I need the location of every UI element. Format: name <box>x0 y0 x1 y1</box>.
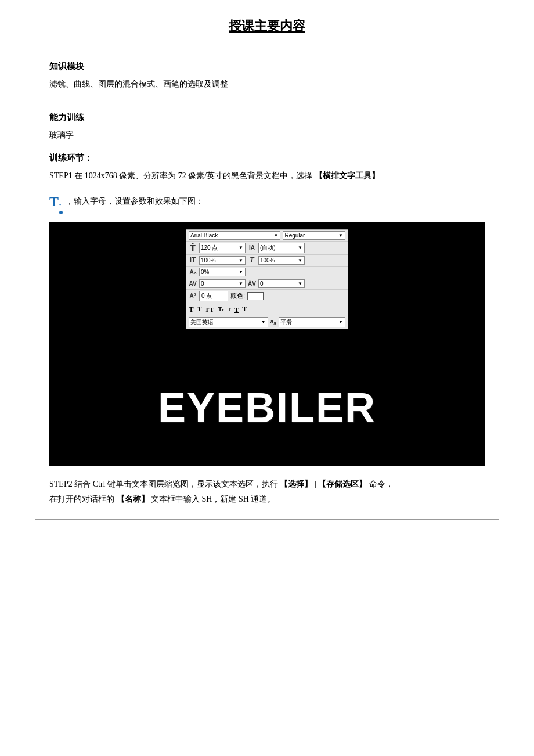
ps-lang-select[interactable]: 美国英语 ▼ <box>189 317 268 327</box>
ps-baseline-input[interactable]: 0 点 <box>199 291 228 301</box>
color-label: 颜色: <box>230 291 245 300</box>
ps-kerning-row: AV 0 ▼ ÄV 0 ▼ <box>186 278 348 290</box>
ps-scale-row: IT 100% ▼ T 100% ▼ <box>186 255 348 267</box>
step2-text: STEP2 结合 Ctrl 键单击文本图层缩览图，显示该文本选区，执行 【选择】… <box>49 477 485 507</box>
ps-baseline-row: Aa 0 点 颜色: <box>186 290 348 303</box>
allcaps-t-button[interactable]: TT <box>205 306 215 313</box>
ps-tracking-row: Aₓ 0% ▼ <box>186 267 348 278</box>
color-swatch[interactable] <box>247 292 264 300</box>
ps-tracking-select[interactable]: 0% ▼ <box>199 268 246 276</box>
size-dropdown-arrow: ▼ <box>238 245 244 250</box>
eyebiler-display: EYEBILER <box>49 384 485 431</box>
style-dropdown-arrow: ▼ <box>338 233 344 238</box>
font-dropdown-arrow: ▼ <box>273 233 279 238</box>
section3-title: 训练环节： <box>49 153 485 164</box>
section1-title: 知识模块 <box>49 61 485 72</box>
vscale-dropdown-arrow: ▼ <box>238 258 244 263</box>
smallcaps-t-button[interactable]: Tr <box>218 306 224 312</box>
ps-style-buttons-row: T T TT Tr T T T <box>186 303 348 316</box>
section2-title: 能力训练 <box>49 112 485 123</box>
leading-icon: IA <box>248 244 256 251</box>
ps-font-row: Arial Black ▼ Regular ▼ <box>186 230 348 242</box>
main-content-box: 知识模块 滤镜、曲线、图层的混合模式、画笔的选取及调整 能力训练 玻璃字 训练环… <box>35 49 499 520</box>
page-title: 授课主要内容 <box>35 17 499 35</box>
step1-text-b: T • ，输入字母，设置参数和效果如下图： <box>49 189 485 215</box>
ps-lang-row: 美国英语 ▼ aa 平滑 ▼ <box>186 316 348 329</box>
strikethrough-t-button[interactable]: T <box>242 305 247 314</box>
ps-leading-select[interactable]: (自动) ▼ <box>258 243 305 253</box>
tracking-dropdown-arrow: ▼ <box>238 269 244 275</box>
ps-demo-image: Arial Black ▼ Regular ▼ T̂ 120 点 ▼ IA (自… <box>49 222 485 466</box>
ps-hscale-select[interactable]: 100% ▼ <box>258 256 305 265</box>
section1-content: 滤镜、曲线、图层的混合模式、画笔的选取及调整 <box>49 77 485 91</box>
lang-dropdown-arrow: ▼ <box>261 319 266 325</box>
text-tool-icon: T • <box>49 189 61 215</box>
superscript-t-button[interactable]: T <box>228 307 231 312</box>
kern2-icon: ÄV <box>248 280 256 287</box>
hscale-dropdown-arrow: ▼ <box>297 258 303 263</box>
kern2-dropdown-arrow: ▼ <box>297 281 303 286</box>
smooth-dropdown-arrow: ▼ <box>338 319 344 325</box>
subscript-t-button[interactable]: T <box>234 306 239 313</box>
step1-text: STEP1 在 1024x768 像素、分辨率为 72 像素/英寸的黑色背景文档… <box>49 168 485 184</box>
ps-size-row: T̂ 120 点 ▼ IA (自动) ▼ <box>186 242 348 255</box>
eyebiler-text: EYEBILER <box>158 384 376 431</box>
ps-font-select[interactable]: Arial Black ▼ <box>189 231 280 240</box>
bold-t-button[interactable]: T <box>189 305 194 314</box>
ps-kern1-select[interactable]: 0 ▼ <box>199 279 246 288</box>
vert-scale-icon: IT <box>189 256 197 264</box>
section2-content: 玻璃字 <box>49 128 485 142</box>
italic-t-button[interactable]: T <box>197 305 201 314</box>
ps-kern2-select[interactable]: 0 ▼ <box>258 279 305 288</box>
horiz-scale-icon: T <box>248 256 256 264</box>
ps-smooth-select[interactable]: 平滑 ▼ <box>279 317 345 327</box>
ps-style-select[interactable]: Regular ▼ <box>283 231 345 240</box>
baseline-icon: Aa <box>189 292 197 299</box>
font-size-icon: T̂ <box>189 243 197 253</box>
ps-vscale-select[interactable]: 100% ▼ <box>199 256 246 265</box>
leading-dropdown-arrow: ▼ <box>297 245 303 250</box>
ps-size-select[interactable]: 120 点 ▼ <box>199 243 246 253</box>
smooth-aa-label: aa <box>270 318 276 326</box>
tracking-icon: Aₓ <box>189 269 197 275</box>
ps-options-panel: Arial Black ▼ Regular ▼ T̂ 120 点 ▼ IA (自… <box>186 229 348 329</box>
kern1-icon: AV <box>189 280 197 287</box>
kern1-dropdown-arrow: ▼ <box>238 281 244 286</box>
